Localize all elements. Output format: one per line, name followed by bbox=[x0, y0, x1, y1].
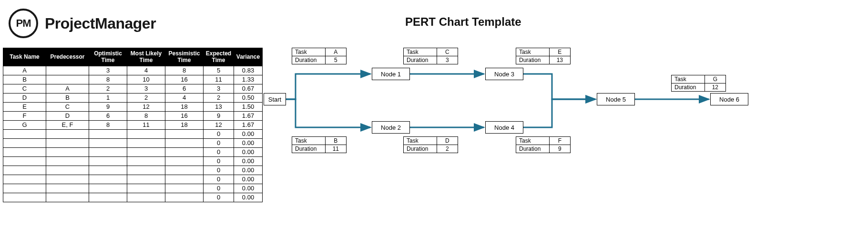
label-task: Task bbox=[672, 75, 705, 83]
pert-node-start: Start bbox=[264, 93, 286, 105]
table-cell: 2 bbox=[204, 93, 234, 102]
pert-node-1: Node 1 bbox=[372, 68, 410, 80]
table-cell: 0 bbox=[204, 156, 234, 166]
table-cell: 0.00 bbox=[234, 175, 263, 184]
col-expected-time: ExpectedTime bbox=[204, 48, 234, 66]
table-cell bbox=[89, 138, 127, 147]
table-cell bbox=[3, 138, 46, 147]
table-cell bbox=[89, 175, 127, 184]
table-cell bbox=[46, 138, 89, 147]
table-cell: 11 bbox=[204, 75, 234, 84]
table-row: 00.00 bbox=[3, 184, 263, 193]
table-cell bbox=[127, 129, 165, 138]
col-pessimistic-time: PessimisticTime bbox=[165, 48, 204, 66]
table-cell: 16 bbox=[165, 75, 204, 84]
pert-task-box-c: TaskC Duration3 bbox=[403, 48, 458, 64]
table-row: 00.00 bbox=[3, 129, 263, 138]
label-duration: Duration bbox=[292, 145, 326, 153]
table-cell: 1.50 bbox=[234, 102, 263, 111]
table-cell: 18 bbox=[165, 102, 204, 111]
table-cell bbox=[46, 166, 89, 175]
table-row: 00.00 bbox=[3, 166, 263, 175]
value-task-a: A bbox=[325, 48, 346, 56]
table-cell: B bbox=[3, 75, 46, 84]
pert-chart: Start Node 1 Node 2 Node 3 Node 4 Node 5… bbox=[262, 43, 744, 167]
table-row: 00.00 bbox=[3, 156, 263, 166]
table-cell: 8 bbox=[89, 120, 127, 129]
table-cell bbox=[46, 66, 89, 75]
table-cell: C bbox=[3, 84, 46, 93]
pert-node-2: Node 2 bbox=[372, 121, 410, 134]
table-cell bbox=[165, 175, 204, 184]
table-cell: 0.00 bbox=[234, 166, 263, 175]
table-cell bbox=[165, 184, 204, 193]
table-cell: G bbox=[3, 120, 46, 129]
table-cell: E bbox=[3, 102, 46, 111]
table-cell: 6 bbox=[165, 84, 204, 93]
table-cell: 0 bbox=[204, 175, 234, 184]
label-task: Task bbox=[516, 48, 550, 56]
task-table-header-row: Task Name Predecessor OptimisticTime Mos… bbox=[3, 48, 263, 66]
label-duration: Duration bbox=[292, 56, 326, 64]
table-cell: 5 bbox=[204, 66, 234, 75]
pert-task-box-d: TaskD Duration2 bbox=[403, 136, 458, 153]
table-cell bbox=[127, 147, 165, 156]
pert-node-5: Node 5 bbox=[597, 93, 635, 105]
table-row: 00.00 bbox=[3, 138, 263, 147]
table-cell: 0.00 bbox=[234, 147, 263, 156]
pert-node-6: Node 6 bbox=[710, 93, 748, 105]
pert-task-box-g: TaskG Duration12 bbox=[671, 75, 726, 92]
label-duration: Duration bbox=[404, 56, 437, 64]
table-cell bbox=[127, 156, 165, 166]
label-duration: Duration bbox=[516, 145, 550, 153]
brand-logo-mark: PM bbox=[9, 9, 38, 38]
table-cell bbox=[89, 147, 127, 156]
brand-logo: PM ProjectManager bbox=[9, 9, 156, 38]
brand-logo-text: ProjectManager bbox=[45, 15, 156, 32]
value-dur-g: 12 bbox=[705, 83, 725, 92]
table-cell: 13 bbox=[204, 102, 234, 111]
value-dur-e: 13 bbox=[549, 56, 570, 64]
table-cell bbox=[89, 193, 127, 202]
table-cell: 12 bbox=[204, 120, 234, 129]
table-cell bbox=[165, 129, 204, 138]
value-task-d: D bbox=[437, 137, 458, 145]
col-optimistic-time: OptimisticTime bbox=[89, 48, 127, 66]
table-cell: 11 bbox=[127, 120, 165, 129]
table-cell: F bbox=[3, 111, 46, 120]
table-row: 00.00 bbox=[3, 193, 263, 202]
table-cell: 1.67 bbox=[234, 120, 263, 129]
table-cell bbox=[165, 147, 204, 156]
label-duration: Duration bbox=[404, 145, 437, 153]
table-cell: 12 bbox=[127, 102, 165, 111]
table-cell: 0 bbox=[204, 184, 234, 193]
table-cell: 4 bbox=[127, 66, 165, 75]
pert-task-box-b: TaskB Duration11 bbox=[292, 136, 347, 153]
label-task: Task bbox=[292, 137, 326, 145]
table-cell bbox=[3, 166, 46, 175]
col-task-name: Task Name bbox=[3, 48, 46, 66]
table-cell bbox=[89, 156, 127, 166]
table-cell: 3 bbox=[127, 84, 165, 93]
table-cell bbox=[89, 129, 127, 138]
table-row: 00.00 bbox=[3, 147, 263, 156]
label-task: Task bbox=[404, 137, 437, 145]
table-cell: 0.00 bbox=[234, 129, 263, 138]
table-cell: 0.00 bbox=[234, 138, 263, 147]
table-cell: E, F bbox=[46, 120, 89, 129]
table-cell bbox=[46, 147, 89, 156]
pert-task-box-f: TaskF Duration9 bbox=[516, 136, 571, 153]
label-task: Task bbox=[404, 48, 437, 56]
table-cell: 0 bbox=[204, 166, 234, 175]
value-task-e: E bbox=[549, 48, 570, 56]
label-duration: Duration bbox=[516, 56, 550, 64]
table-row: A34850.83 bbox=[3, 66, 263, 75]
table-cell: D bbox=[46, 111, 89, 120]
pert-task-box-a: TaskA Duration5 bbox=[292, 48, 347, 64]
table-cell: 0 bbox=[204, 129, 234, 138]
table-cell: 0.67 bbox=[234, 84, 263, 93]
pert-node-3: Node 3 bbox=[485, 68, 523, 80]
pert-task-box-e: TaskE Duration13 bbox=[516, 48, 571, 64]
value-dur-d: 2 bbox=[437, 145, 458, 153]
table-cell: 2 bbox=[127, 93, 165, 102]
